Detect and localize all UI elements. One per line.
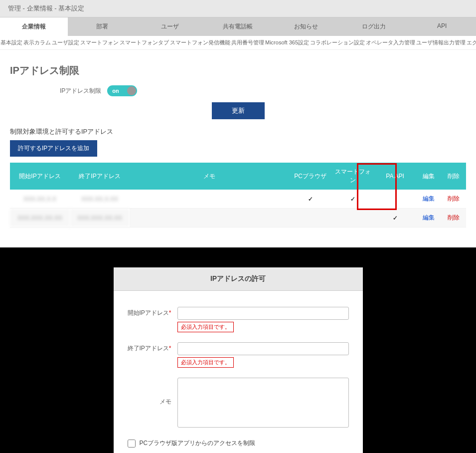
cell-end-ip: XXX.XX.X.XX (70, 190, 130, 209)
toggle-label: IPアドレス制限 (60, 87, 101, 95)
pc-access-label: PCブラウザ版アプリからのアクセスを制限 (140, 439, 256, 448)
tab-log[interactable]: ログ出力 (340, 17, 408, 36)
check-icon: ✓ (308, 196, 313, 203)
subtab-item[interactable]: ユーザ情報出力管理 (416, 38, 466, 47)
subtab-item[interactable]: スマートフォン発信機能 (169, 38, 231, 47)
edit-link[interactable]: 編集 (423, 214, 435, 221)
memo-label: メモ (128, 378, 177, 406)
tab-api[interactable]: API (408, 17, 476, 36)
main-tabs: 企業情報 部署 ユーザ 共有電話帳 お知らせ ログ出力 API (0, 17, 476, 36)
th-edit: 編集 (416, 163, 441, 190)
end-ip-error: 必須入力項目です。 (177, 357, 234, 368)
dialog-title: IPアドレスの許可 (114, 267, 363, 291)
update-button[interactable]: 更新 (212, 102, 265, 119)
th-end-ip: 終了IPアドレス (70, 163, 130, 190)
th-sp: スマートフォン (331, 163, 374, 190)
table-row: XXX.XX.X.X XXX.XX.X.XX ✓ ✓ 編集 削除 (10, 190, 466, 209)
delete-link[interactable]: 削除 (448, 195, 460, 202)
subtab-item[interactable]: コラボレーション設定 (310, 38, 365, 47)
subtab-item[interactable]: エクスポート設定 (466, 38, 476, 47)
start-ip-error: 必須入力項目です。 (177, 322, 234, 332)
check-icon: ✓ (350, 196, 355, 203)
sub-tabs: 基本設定 表示カラム ユーザ設定 スマートフォン スマートフォンタブ スマートフ… (0, 36, 476, 50)
cell-end-ip: XXX.XXX.XX.XX (70, 209, 130, 227)
th-pc: PCブラウザ (289, 163, 331, 190)
tab-user[interactable]: ユーザ (136, 17, 204, 36)
toggle-knob (127, 86, 136, 95)
subtab-item[interactable]: ユーザ設定 (51, 38, 80, 47)
subtab-item[interactable]: スマートフォン (80, 38, 119, 47)
subtab-item[interactable]: 共用番号管理 (231, 38, 265, 47)
tab-company[interactable]: 企業情報 (0, 17, 68, 36)
th-pa-api: PA API (374, 163, 416, 190)
subtab-item[interactable]: 表示カラム (23, 38, 51, 47)
cell-memo (130, 190, 289, 209)
start-ip-input[interactable] (177, 307, 349, 320)
cell-memo (130, 209, 289, 227)
th-start-ip: 開始IPアドレス (10, 163, 70, 190)
end-ip-label: 終了IPアドレス* (128, 342, 177, 353)
subtab-item[interactable]: スマートフォンタブ (119, 38, 169, 47)
tab-department[interactable]: 部署 (68, 17, 136, 36)
ip-allow-dialog: IPアドレスの許可 開始IPアドレス* 必須入力項目です。 終了IPアドレス* … (114, 267, 363, 453)
breadcrumb: 管理 - 企業情報 - 基本設定 (8, 4, 92, 13)
section-label: 制限対象環境と許可するIPアドレス (10, 127, 466, 136)
end-ip-input[interactable] (177, 342, 349, 355)
tab-notice[interactable]: お知らせ (272, 17, 340, 36)
subtab-item[interactable]: Microsoft 365設定 (265, 38, 310, 47)
subtab-item[interactable]: 基本設定 (0, 38, 23, 47)
add-ip-button[interactable]: 許可するIPアドレスを追加 (10, 140, 97, 157)
page-title: IPアドレス制限 (10, 64, 466, 77)
delete-link[interactable]: 削除 (448, 214, 460, 221)
start-ip-label: 開始IPアドレス* (128, 307, 177, 317)
table-row: XXX.XXX.XX.XX XXX.XXX.XX.XX ✓ 編集 削除 (10, 209, 466, 227)
ip-table: 開始IPアドレス 終了IPアドレス メモ PCブラウザ スマートフォン PA A… (10, 163, 466, 227)
subtab-item[interactable]: オペレータ入力管理 (365, 38, 416, 47)
th-delete: 削除 (441, 163, 466, 190)
cell-start-ip: XXX.XXX.XX.XX (10, 209, 70, 227)
th-memo: メモ (130, 163, 289, 190)
ip-restriction-toggle[interactable]: on (107, 85, 137, 96)
cell-start-ip: XXX.XX.X.X (10, 190, 70, 209)
pc-access-checkbox[interactable] (128, 440, 136, 448)
toggle-text: on (112, 88, 119, 94)
memo-textarea[interactable] (177, 378, 349, 428)
check-icon: ✓ (393, 215, 398, 222)
tab-shared-phonebook[interactable]: 共有電話帳 (204, 17, 272, 36)
edit-link[interactable]: 編集 (423, 195, 435, 202)
